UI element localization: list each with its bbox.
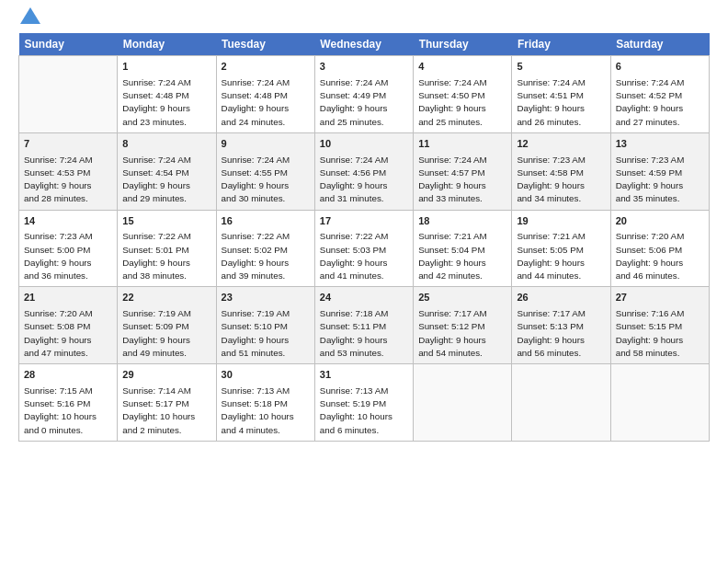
cell-info-line: Sunrise: 7:24 AM [24,154,112,167]
calendar-cell: 19Sunrise: 7:21 AMSunset: 5:05 PMDayligh… [512,210,610,287]
calendar-cell: 17Sunrise: 7:22 AMSunset: 5:03 PMDayligh… [314,210,413,287]
cell-info-line: Sunset: 5:05 PM [517,244,605,257]
cell-info-line: Sunrise: 7:23 AM [616,154,704,167]
cell-info-line: Sunrise: 7:21 AM [418,230,506,243]
cell-info-line: Sunset: 5:18 PM [222,397,310,410]
cell-info-line: Daylight: 9 hours [24,334,112,347]
cell-info-line: and 31 minutes. [320,192,408,205]
cell-info-line: and 4 minutes. [222,424,310,437]
cell-info-line: and 26 minutes. [517,116,605,129]
cell-info-line: and 41 minutes. [320,270,408,282]
cell-info-line: and 35 minutes. [616,192,704,205]
calendar-week-1: 1Sunrise: 7:24 AMSunset: 4:48 PMDaylight… [19,56,710,133]
day-number: 19 [517,214,605,229]
cell-info-line: Sunrise: 7:24 AM [320,154,408,167]
calendar-cell: 26Sunrise: 7:17 AMSunset: 5:13 PMDayligh… [512,287,610,364]
cell-info-line: Sunrise: 7:24 AM [122,76,210,89]
cell-info-line: Sunset: 5:12 PM [418,320,506,333]
cell-info-line: Sunset: 5:08 PM [24,320,112,333]
cell-info-line: Sunrise: 7:22 AM [122,230,210,243]
day-header-friday: Friday [512,33,610,56]
cell-info-line: Daylight: 9 hours [418,334,506,347]
cell-info-line: Sunrise: 7:17 AM [517,307,605,320]
cell-info-line: Sunset: 5:04 PM [418,244,506,257]
cell-info-line: Sunset: 5:15 PM [616,320,704,333]
cell-info-line: and 27 minutes. [616,116,704,129]
cell-info-line: Sunrise: 7:19 AM [222,307,310,320]
cell-info-line: Sunset: 5:02 PM [222,244,310,257]
cell-info-line: and 54 minutes. [418,347,506,360]
day-header-tuesday: Tuesday [216,33,314,56]
calendar-cell [512,364,610,442]
day-number: 22 [122,291,210,305]
calendar-cell: 24Sunrise: 7:18 AMSunset: 5:11 PMDayligh… [314,287,413,364]
cell-info-line: Sunset: 5:17 PM [122,397,210,410]
day-number: 29 [122,368,210,383]
calendar-cell: 13Sunrise: 7:23 AMSunset: 4:59 PMDayligh… [610,132,709,210]
cell-info-line: Sunset: 4:50 PM [418,89,506,102]
cell-info-line: Sunrise: 7:24 AM [222,76,310,89]
logo [18,15,40,24]
calendar-cell: 20Sunrise: 7:20 AMSunset: 5:06 PMDayligh… [610,210,709,287]
cell-info-line: Sunrise: 7:20 AM [24,307,112,320]
cell-info-line: Daylight: 9 hours [24,257,112,270]
svg-marker-0 [20,7,40,24]
cell-info-line: Sunset: 4:59 PM [616,167,704,179]
day-number: 2 [222,60,310,75]
page-container: SundayMondayTuesdayWednesdayThursdayFrid… [0,0,728,451]
cell-info-line: Sunrise: 7:18 AM [320,307,408,320]
cell-info-line: Daylight: 9 hours [320,102,408,115]
cell-info-line: and 58 minutes. [616,347,704,360]
cell-info-line: Daylight: 10 hours [122,410,210,423]
cell-info-line: Daylight: 9 hours [222,257,310,270]
cell-info-line: Daylight: 10 hours [320,410,408,423]
cell-info-line: Sunrise: 7:24 AM [418,76,506,89]
cell-info-line: Daylight: 9 hours [616,257,704,270]
day-number: 24 [320,291,408,305]
cell-info-line: Daylight: 9 hours [418,179,506,192]
cell-info-line: Sunset: 4:53 PM [24,167,112,179]
cell-info-line: Sunrise: 7:23 AM [24,230,112,243]
cell-info-line: and 51 minutes. [222,347,310,360]
cell-info-line: and 34 minutes. [517,192,605,205]
cell-info-line: and 56 minutes. [517,347,605,360]
cell-info-line: and 33 minutes. [418,192,506,205]
cell-info-line: Daylight: 9 hours [122,334,210,347]
calendar-cell: 7Sunrise: 7:24 AMSunset: 4:53 PMDaylight… [19,132,118,210]
cell-info-line: Sunset: 4:58 PM [517,167,605,179]
calendar-week-2: 7Sunrise: 7:24 AMSunset: 4:53 PMDaylight… [19,132,710,210]
day-number: 15 [122,214,210,229]
day-number: 26 [517,291,605,305]
cell-info-line: Sunrise: 7:17 AM [418,307,506,320]
cell-info-line: Daylight: 9 hours [222,179,310,192]
day-number: 18 [418,214,506,229]
cell-info-line: Sunset: 5:06 PM [616,244,704,257]
day-number: 14 [24,214,112,229]
day-number: 8 [122,137,210,152]
cell-info-line: Sunset: 4:57 PM [418,167,506,179]
day-number: 5 [517,60,605,75]
day-number: 16 [222,214,310,229]
cell-info-line: Daylight: 9 hours [418,257,506,270]
cell-info-line: Sunset: 5:03 PM [320,244,408,257]
cell-info-line: and 49 minutes. [122,347,210,360]
cell-info-line: Sunrise: 7:13 AM [320,385,408,397]
cell-info-line: Daylight: 9 hours [122,179,210,192]
day-number: 9 [222,137,310,152]
calendar-cell: 22Sunrise: 7:19 AMSunset: 5:09 PMDayligh… [118,287,216,364]
cell-info-line: and 38 minutes. [122,270,210,282]
cell-info-line: and 44 minutes. [517,270,605,282]
day-header-monday: Monday [118,33,216,56]
cell-info-line: Sunset: 4:56 PM [320,167,408,179]
cell-info-line: Daylight: 9 hours [222,334,310,347]
cell-info-line: Daylight: 9 hours [616,334,704,347]
cell-info-line: and 6 minutes. [320,424,408,437]
cell-info-line: and 29 minutes. [122,192,210,205]
cell-info-line: Sunset: 4:48 PM [122,89,210,102]
day-number: 3 [320,60,408,75]
day-number: 27 [616,291,704,305]
cell-info-line: Sunset: 4:48 PM [222,89,310,102]
cell-info-line: Daylight: 9 hours [320,334,408,347]
cell-info-line: and 36 minutes. [24,270,112,282]
cell-info-line: Daylight: 9 hours [517,102,605,115]
